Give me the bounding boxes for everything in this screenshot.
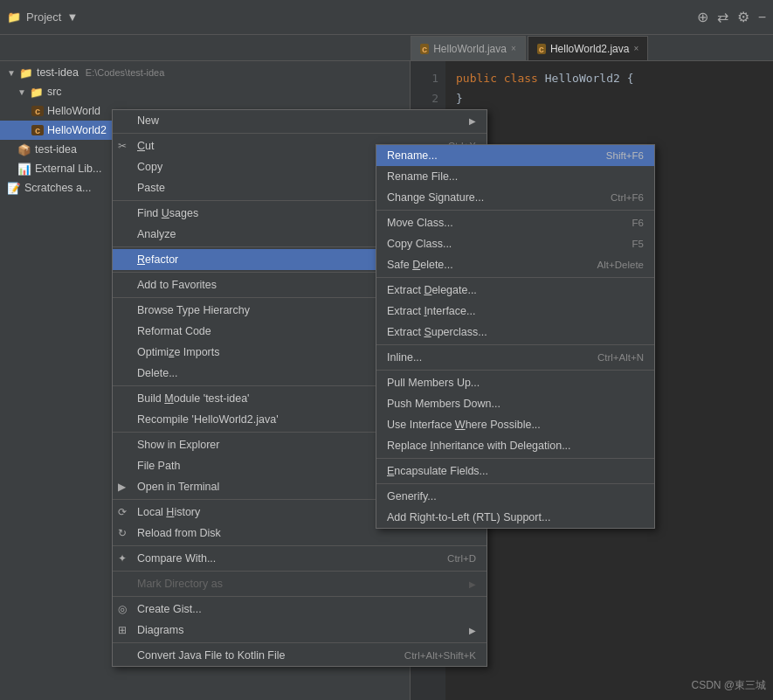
code-line-1: public class HelloWorld2 { [456,68,634,88]
tree-item-src[interactable]: ▼ 📁 src [0,82,410,101]
submenu-sep-3 [376,344,654,345]
safe-delete-shortcut: Alt+Delete [580,260,644,270]
menu-label-build-module: Build Module 'test-idea' [137,392,249,405]
tree-label-scratches: Scratches a... [24,182,91,194]
submenu-label-rename-file: Rename File... [387,170,458,183]
change-sig-shortcut: Ctrl+F6 [593,192,644,203]
submenu-item-rename-file[interactable]: Rename File... [376,166,654,187]
module-icon: 📦 [17,143,31,156]
gear-icon[interactable]: ⚙ [737,9,749,25]
watermark: CSDN @東三城 [691,678,766,693]
title-bar-left: 📁 Project ▼ [7,10,78,24]
menu-label-compare-with: Compare With... [137,552,216,565]
compare-shortcut: Ctrl+D [430,553,476,564]
submenu-item-copy-class[interactable]: Copy Class... F5 [376,233,654,254]
submenu-item-safe-delete[interactable]: Safe Delete... Alt+Delete [376,254,654,275]
submenu-label-extract-interface: Extract Interface... [387,305,475,317]
menu-sep-11 [113,642,487,643]
menu-item-create-gist[interactable]: ◎ Create Gist... [113,599,487,620]
submenu-arrow-new: ▶ [469,116,476,126]
tree-path-test-idea: E:\Codes\test-idea [86,67,165,78]
menu-label-convert-kotlin: Convert Java File to Kotlin File [137,649,286,662]
menu-label-find-usages: Find Usages [137,207,198,219]
tree-label-test-idea: test-idea [37,66,79,79]
submenu-label-extract-delegate: Extract Delegate... [387,284,477,296]
menu-item-compare-with[interactable]: ✦ Compare With... Ctrl+D [113,548,487,569]
menu-label-add-favorites: Add to Favorites [137,279,217,291]
submenu-item-inline[interactable]: Inline... Ctrl+Alt+N [376,347,654,368]
submenu-item-rename[interactable]: Rename... Shift+F6 [376,145,654,166]
submenu-label-copy-class: Copy Class... [387,238,452,250]
tab-helloworld2[interactable]: c HelloWorld2.java × [528,36,648,60]
copy-class-shortcut: F5 [615,239,644,249]
menu-item-new[interactable]: New ▶ [113,110,487,131]
menu-label-open-terminal: Open in Terminal [137,481,219,493]
tab-c-icon: c [420,44,429,54]
menu-label-copy: Copy [137,161,162,173]
submenu-item-change-signature[interactable]: Change Signature... Ctrl+F6 [376,187,654,208]
menu-item-convert-kotlin[interactable]: Convert Java File to Kotlin File Ctrl+Al… [113,645,487,666]
menu-label-reformat: Reformat Code [137,325,211,337]
tab-close-icon2[interactable]: × [633,44,638,53]
submenu-item-use-where[interactable]: Use Interface Where Possible... [376,414,654,435]
tree-label-helloworld: HelloWorld [47,105,100,117]
tab-helloworld[interactable]: c HelloWorld.java × [411,36,526,60]
tree-label-src: src [47,86,62,98]
diagrams-icon: ⊞ [118,624,127,636]
project-label[interactable]: Project [26,10,61,24]
submenu-item-generify[interactable]: Generify... [376,486,654,507]
submenu-label-extract-superclass: Extract Superclass... [387,326,487,338]
menu-label-file-path: File Path [137,460,180,472]
menu-sep-8 [113,545,487,546]
menu-label-recompile: Recompile 'HelloWorld2.java' [137,413,279,426]
layout-icon[interactable]: ⇄ [717,9,728,25]
folder-icon: 📁 [7,10,21,24]
line-num-2: 2 [418,88,438,108]
submenu-label-add-rtl: Add Right-to-Left (RTL) Support... [387,511,550,523]
code-line-2: } [456,88,634,108]
submenu-arrow-diagrams: ▶ [469,626,476,635]
globe-icon[interactable]: ⊕ [697,9,708,25]
submenu-label-move-class: Move Class... [387,217,453,229]
submenu-label-pull-members: Pull Members Up... [387,377,480,389]
submenu-item-extract-superclass[interactable]: Extract Superclass... [376,322,654,343]
submenu-item-push-members[interactable]: Push Members Down... [376,393,654,414]
menu-label-analyze: Analyze [137,228,176,240]
file-c-icon: c [31,106,44,116]
tree-label-external-libs: External Lib... [35,163,101,175]
compare-icon: ✦ [118,552,127,565]
menu-label-refactor: Refactor [137,253,178,266]
submenu-item-extract-delegate[interactable]: Extract Delegate... [376,280,654,301]
tab-label2: HelloWorld2.java [550,43,630,55]
menu-label-browse-hierarchy: Browse Type Hierarchy [137,304,250,316]
library-icon: 📊 [17,163,31,176]
inline-shortcut: Ctrl+Alt+N [580,352,644,363]
menu-label-delete: Delete... [137,367,178,379]
submenu-item-move-class[interactable]: Move Class... F6 [376,212,654,233]
submenu-item-add-rtl[interactable]: Add Right-to-Left (RTL) Support... [376,507,654,528]
submenu-label-inline: Inline... [387,351,422,364]
rename-shortcut: Shift+F6 [589,150,644,161]
menu-label-local-history: Local History [137,506,200,518]
menu-item-diagrams[interactable]: ⊞ Diagrams ▶ [113,620,487,641]
submenu-item-replace-inheritance[interactable]: Replace Inheritance with Delegation... [376,435,654,456]
title-bar: 📁 Project ▼ ⊕ ⇄ ⚙ − [0,0,773,35]
menu-label-mark-directory: Mark Directory as [137,578,223,590]
submenu-item-encapsulate[interactable]: Encapsulate Fields... [376,461,654,482]
submenu-item-extract-interface[interactable]: Extract Interface... [376,301,654,322]
menu-label-cut: Cut [137,140,154,152]
submenu-sep-2 [376,277,654,278]
menu-label-create-gist: Create Gist... [137,603,202,615]
tree-item-test-idea[interactable]: ▼ 📁 test-idea E:\Codes\test-idea [0,63,410,82]
dropdown-icon[interactable]: ▼ [66,10,78,24]
menu-label-diagrams: Diagrams [137,624,184,636]
submenu-item-pull-members[interactable]: Pull Members Up... [376,372,654,393]
tab-close-icon[interactable]: × [511,44,516,53]
history-icon: ⟳ [118,506,127,518]
gist-icon: ◎ [118,603,127,615]
submenu-label-push-members: Push Members Down... [387,398,500,410]
minimize-icon[interactable]: − [758,10,766,25]
menu-item-mark-directory[interactable]: Mark Directory as ▶ [113,573,487,594]
tab-bar: c HelloWorld.java × c HelloWorld2.java × [0,35,773,61]
convert-shortcut: Ctrl+Alt+Shift+K [387,650,476,661]
